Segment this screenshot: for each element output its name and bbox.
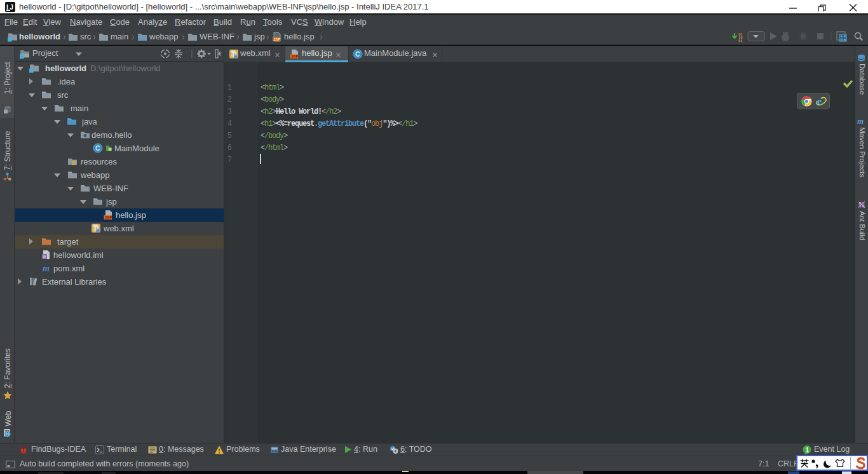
svg-text:m: m	[857, 117, 864, 125]
svg-text:JSP: JSP	[273, 37, 280, 41]
svg-text:e: e	[817, 96, 822, 107]
svg-text:01: 01	[738, 39, 743, 43]
svg-text:IJ: IJ	[6, 3, 13, 11]
svg-text:1: 1	[805, 447, 809, 454]
